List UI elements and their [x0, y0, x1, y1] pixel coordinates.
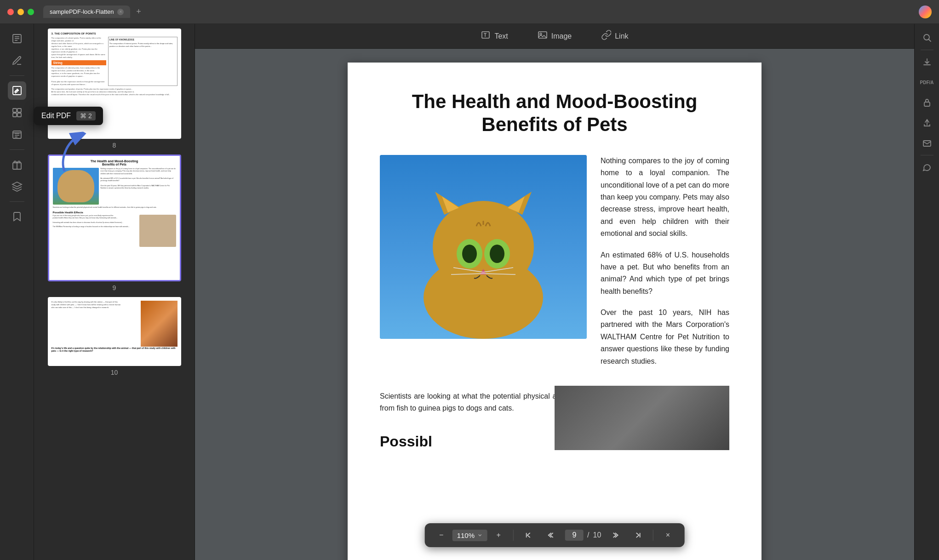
lock-icon[interactable]	[919, 94, 935, 111]
page-total: 10	[593, 531, 601, 539]
thumb10-content: It's also likely to find this out the wa…	[48, 297, 181, 366]
fullscreen-button[interactable]	[28, 9, 34, 15]
close-nav-button[interactable]: ×	[660, 528, 675, 543]
zoom-in-button[interactable]: +	[491, 528, 506, 543]
zoom-display[interactable]: 110%	[452, 530, 487, 541]
main-layout: Edit PDF ⌘2 3. THE COMPOSITION OF PO	[0, 24, 939, 560]
svg-rect-6	[17, 109, 21, 112]
pdf-paragraph-1: Nothing compares to the joy of coming ho…	[601, 155, 729, 240]
thumbnail-page-8[interactable]: 3. THE COMPOSITION OF POINTS The composi…	[39, 29, 190, 149]
svg-line-38	[928, 40, 931, 42]
pdf-paragraph-3: Over the past 10 years, NIH has partnere…	[601, 307, 729, 367]
thumbnail-number-10: 10	[111, 369, 118, 376]
image-tool-icon	[538, 30, 548, 42]
pdf-page-title: The Health and Mood-BoostingBenefits of …	[380, 90, 729, 137]
pdf-a-icon[interactable]: PDF/A	[919, 74, 935, 91]
svg-point-29	[490, 245, 504, 263]
sidebar-item-reader[interactable]	[8, 29, 26, 48]
thumbnail-number-8: 8	[113, 142, 116, 149]
download-icon[interactable]	[919, 54, 935, 70]
profile-area	[919, 6, 932, 18]
nav-divider-2	[653, 530, 653, 541]
thumbnail-number-9: 9	[113, 284, 116, 291]
minimize-button[interactable]	[17, 9, 24, 15]
content-wrapper: T Text Image	[195, 24, 914, 560]
close-button[interactable]	[7, 9, 14, 15]
thumb9-content: The Health and Mood-BoostingBenefits of …	[49, 156, 180, 280]
pdf-bottom-image	[555, 386, 729, 450]
svg-rect-39	[924, 102, 930, 106]
pdf-text-col: Nothing compares to the joy of coming ho…	[601, 155, 729, 377]
sidebar-divider-1	[10, 75, 24, 76]
link-tool-label: Link	[615, 32, 628, 40]
thumbnail-img-10[interactable]: It's also likely to find this out the wa…	[48, 297, 181, 366]
nav-divider-1	[513, 530, 514, 541]
page-input-group: / 10	[565, 530, 601, 541]
chat-icon[interactable]	[919, 159, 935, 176]
bottom-nav: − 110% +	[425, 523, 685, 547]
tab-title: samplePDF-lock-Flatten	[50, 8, 114, 15]
sidebar-divider-3	[10, 201, 24, 202]
zoom-group: − 110% +	[434, 528, 506, 543]
pdf-page: The Health and Mood-BoostingBenefits of …	[348, 63, 762, 560]
svg-rect-7	[13, 113, 17, 117]
right-divider-1	[921, 50, 933, 50]
link-tool-button[interactable]: Link	[595, 27, 634, 45]
sidebar-item-edit-pdf[interactable]	[8, 81, 26, 100]
share-icon[interactable]	[919, 114, 935, 131]
link-tool-icon	[601, 30, 611, 42]
thumbnail-img-8[interactable]: 3. THE COMPOSITION OF POINTS The composi…	[48, 29, 181, 139]
email-icon[interactable]	[919, 135, 935, 151]
zoom-out-button[interactable]: −	[434, 528, 449, 543]
page-current-input[interactable]	[565, 530, 584, 541]
svg-text:T: T	[484, 33, 487, 38]
page-prev-group-button[interactable]	[543, 528, 558, 543]
titlebar: samplePDF-lock-Flatten × +	[0, 0, 939, 24]
pdf-section-row: Possibl	[380, 424, 729, 450]
text-tool-button[interactable]: T Text	[475, 27, 513, 45]
sidebar-item-annotate[interactable]	[8, 51, 26, 70]
new-tab-button[interactable]: +	[132, 6, 145, 18]
search-icon[interactable]	[919, 29, 935, 46]
traffic-lights	[7, 9, 34, 15]
sidebar-item-layers[interactable]	[8, 177, 26, 196]
thumbnail-page-10[interactable]: It's also likely to find this out the wa…	[39, 297, 190, 376]
right-divider-2	[921, 155, 933, 155]
pdf-viewer[interactable]: The Health and Mood-BoostingBenefits of …	[195, 49, 914, 560]
tab-close-button[interactable]: ×	[117, 9, 124, 15]
content-toolbar: T Text Image	[195, 24, 914, 49]
svg-point-28	[462, 245, 477, 263]
tab-area: samplePDF-lock-Flatten × +	[43, 6, 145, 18]
sidebar-item-gift[interactable]	[8, 155, 26, 174]
sidebar-item-forms[interactable]	[8, 126, 26, 144]
page-last-button[interactable]	[630, 528, 645, 543]
svg-rect-8	[17, 113, 21, 117]
thumbnail-panel[interactable]: 3. THE COMPOSITION OF POINTS The composi…	[34, 24, 195, 560]
pdf-content-area: Nothing compares to the joy of coming ho…	[380, 155, 729, 377]
thumb8-content: 3. THE COMPOSITION OF POINTS The composi…	[48, 29, 181, 139]
image-tool-button[interactable]: Image	[532, 27, 577, 45]
text-tool-icon: T	[481, 30, 491, 42]
sidebar-item-bookmark[interactable]	[8, 207, 26, 226]
svg-rect-5	[13, 109, 17, 112]
left-sidebar	[0, 24, 34, 560]
zoom-value: 110%	[457, 531, 475, 539]
thumbnail-page-9[interactable]: The Health and Mood-BoostingBenefits of …	[39, 154, 190, 291]
profile-icon[interactable]	[919, 6, 932, 18]
sidebar-divider-2	[10, 149, 24, 150]
pdf-section-title: Possibl	[380, 433, 432, 450]
page-first-button[interactable]	[521, 528, 536, 543]
sidebar-item-organize[interactable]	[8, 103, 26, 122]
text-tool-label: Text	[494, 32, 508, 40]
image-tool-label: Image	[551, 32, 572, 40]
thumbnail-img-9[interactable]: The Health and Mood-BoostingBenefits of …	[48, 154, 181, 281]
page-separator: /	[587, 531, 589, 539]
pdf-cat-image	[380, 155, 587, 339]
page-next-group-button[interactable]	[608, 528, 623, 543]
active-tab[interactable]: samplePDF-lock-Flatten ×	[43, 6, 130, 18]
right-sidebar: PDF/A	[914, 24, 939, 560]
svg-point-21	[433, 201, 534, 293]
pdf-paragraph-2: An estimated 68% of U.S. households have…	[601, 249, 729, 298]
